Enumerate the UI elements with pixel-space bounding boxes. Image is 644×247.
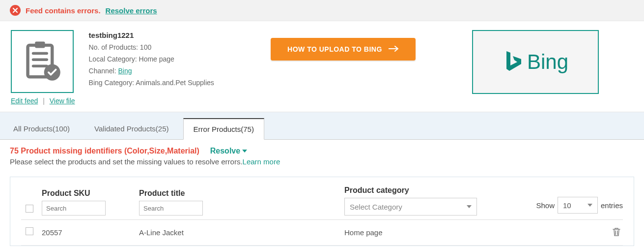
feed-action-links: Edit feed | View file [11, 97, 75, 105]
cell-sku: 20557 [42, 228, 135, 237]
table-header-row: Product SKU Product title Product catego… [21, 186, 623, 220]
how-to-upload-button[interactable]: HOW TO UPLOAD TO BING [271, 38, 416, 61]
feed-local-category: Local Category: Home page [89, 55, 214, 63]
alert-message: Feed contains errors. [26, 6, 101, 15]
chevron-down-icon [588, 204, 592, 207]
feed-details: testbing1221 No. of Products: 100 Local … [89, 30, 214, 91]
upload-button-label: HOW TO UPLOAD TO BING [287, 45, 382, 53]
category-select[interactable]: Select Category [344, 198, 477, 216]
column-header-category: Product category [344, 186, 532, 195]
table-row: 20557 A-Line Jacket Home page [21, 220, 623, 246]
cell-title: A-Line Jacket [139, 228, 340, 237]
select-all-checkbox[interactable] [26, 205, 33, 213]
tab-validated-products[interactable]: Validated Products(25) [84, 118, 179, 139]
error-subtext: Please select the products and set the m… [10, 157, 634, 166]
brand-name: Bing [527, 50, 568, 74]
error-title: 75 Product missing identifiers (Color,Si… [10, 147, 199, 155]
feed-channel: Channel: Bing [89, 67, 214, 75]
edit-feed-link[interactable]: Edit feed [11, 97, 38, 105]
column-header-sku: Product SKU [42, 189, 135, 198]
bing-logo-icon [503, 49, 522, 75]
page-size-select[interactable]: 10 [558, 197, 598, 214]
tabs-bar: All Products(100) Validated Products(25)… [0, 112, 644, 140]
tab-all-products[interactable]: All Products(100) [3, 118, 80, 139]
resolve-errors-link[interactable]: Resolve errors [106, 6, 157, 15]
link-separator: | [43, 97, 45, 105]
view-file-link[interactable]: View file [50, 97, 75, 105]
upload-button-wrap: HOW TO UPLOAD TO BING [228, 30, 458, 61]
feed-summary-panel: Edit feed | View file testbing1221 No. o… [0, 21, 644, 112]
page-size-control: Show 10 entries [536, 197, 623, 216]
title-search-input[interactable] [139, 201, 203, 216]
error-section-header: 75 Product missing identifiers (Color,Si… [0, 140, 644, 170]
error-icon [10, 5, 21, 16]
feed-channel-category: Bing Category: Animals.and.Pet Supplies [89, 79, 214, 87]
products-table: Product SKU Product title Product catego… [10, 177, 634, 246]
feed-icon [11, 30, 74, 93]
feed-title: testbing1221 [89, 31, 214, 39]
resolve-dropdown[interactable]: Resolve [210, 147, 247, 155]
tab-error-products[interactable]: Error Products(75) [183, 118, 264, 140]
row-checkbox[interactable] [26, 227, 33, 235]
cell-category: Home page [344, 228, 608, 237]
channel-brand-box: Bing [472, 30, 599, 94]
caret-down-icon [242, 150, 247, 153]
arrow-right-icon [388, 45, 399, 54]
error-alert-bar: Feed contains errors. Resolve errors [0, 0, 644, 21]
feed-icon-column: Edit feed | View file [11, 30, 75, 105]
column-header-title: Product title [139, 189, 340, 198]
chevron-down-icon [467, 205, 472, 208]
svg-rect-1 [35, 42, 45, 48]
channel-link[interactable]: Bing [118, 67, 132, 75]
sku-search-input[interactable] [42, 201, 106, 216]
feed-product-count: No. of Products: 100 [89, 43, 214, 51]
delete-row-button[interactable] [612, 227, 623, 238]
learn-more-link[interactable]: Learn more [243, 157, 280, 166]
